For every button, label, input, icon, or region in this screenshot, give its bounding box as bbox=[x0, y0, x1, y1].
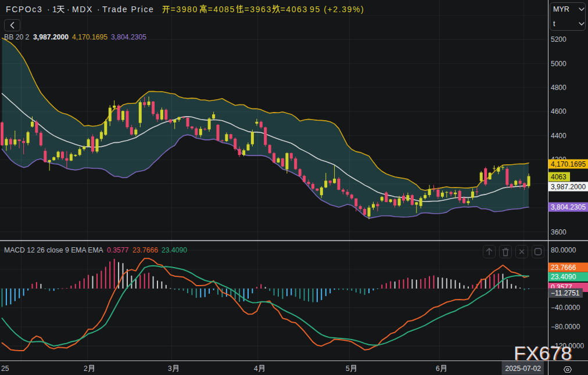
svg-text:−40.0000: −40.0000 bbox=[551, 304, 580, 312]
svg-text:3: 3 bbox=[168, 365, 172, 373]
svg-text:1: 1 bbox=[52, 5, 58, 14]
svg-text:23.7666: 23.7666 bbox=[132, 246, 158, 254]
svg-text:0.3577: 0.3577 bbox=[107, 246, 128, 254]
svg-text:FCPOc3: FCPOc3 bbox=[6, 5, 42, 14]
svg-text:4800: 4800 bbox=[551, 84, 567, 92]
svg-text:=3963: =3963 bbox=[245, 5, 272, 14]
svg-text:23.7666: 23.7666 bbox=[551, 264, 576, 272]
svg-text:95 (+2.39%): 95 (+2.39%) bbox=[310, 5, 364, 14]
svg-text:3,987.2000: 3,987.2000 bbox=[33, 33, 69, 41]
svg-text:·: · bbox=[67, 5, 70, 14]
svg-text:4,170.1695: 4,170.1695 bbox=[551, 160, 586, 168]
svg-text:MACD 12 26 close 9 EMA EMA: MACD 12 26 close 9 EMA EMA bbox=[4, 246, 104, 254]
svg-text:·: · bbox=[47, 5, 51, 14]
svg-text:4400: 4400 bbox=[551, 132, 567, 140]
svg-text:25: 25 bbox=[1, 365, 9, 373]
svg-text:−11.2751: −11.2751 bbox=[551, 289, 580, 297]
svg-text:t: t bbox=[553, 20, 555, 28]
svg-text:BB 20 2: BB 20 2 bbox=[4, 33, 30, 41]
svg-text:=4063: =4063 bbox=[281, 5, 308, 14]
svg-text:2: 2 bbox=[84, 365, 88, 373]
svg-text:=3980: =3980 bbox=[171, 5, 198, 14]
svg-text:3,804.2305: 3,804.2305 bbox=[551, 203, 586, 211]
svg-text:4: 4 bbox=[254, 365, 258, 373]
svg-text:23.4090: 23.4090 bbox=[162, 246, 187, 254]
svg-text:3,987.2000: 3,987.2000 bbox=[551, 183, 586, 191]
svg-text:4,170.1695: 4,170.1695 bbox=[72, 33, 107, 41]
svg-text:5200: 5200 bbox=[551, 35, 567, 44]
svg-text:·: · bbox=[97, 5, 101, 14]
svg-text:Trade Price: Trade Price bbox=[102, 5, 154, 14]
svg-text:2025-07-02: 2025-07-02 bbox=[505, 365, 542, 373]
svg-text:5000: 5000 bbox=[551, 60, 567, 68]
svg-text:−80.0000: −80.0000 bbox=[551, 323, 580, 331]
svg-text:5: 5 bbox=[346, 365, 350, 373]
svg-text:6: 6 bbox=[436, 365, 440, 373]
svg-text:MDX: MDX bbox=[72, 5, 93, 14]
svg-text:=4085: =4085 bbox=[208, 5, 235, 14]
svg-text:4063: 4063 bbox=[551, 173, 567, 181]
svg-text:4600: 4600 bbox=[551, 107, 567, 116]
svg-text:FX678: FX678 bbox=[514, 342, 572, 364]
svg-text:MYR: MYR bbox=[553, 5, 569, 13]
svg-text:3,804.2305: 3,804.2305 bbox=[111, 33, 146, 41]
svg-text:23.4090: 23.4090 bbox=[551, 273, 576, 281]
svg-text:3600: 3600 bbox=[551, 228, 567, 236]
svg-text:80.0000: 80.0000 bbox=[551, 246, 576, 254]
